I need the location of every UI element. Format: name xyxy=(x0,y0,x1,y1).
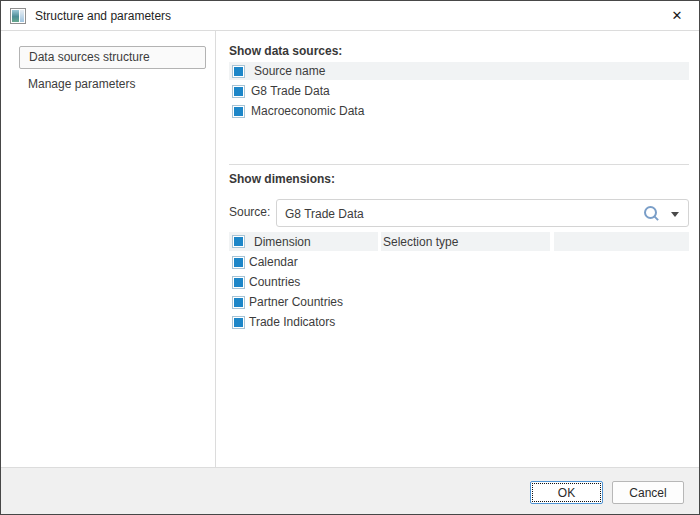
dialog-structure-and-parameters: Structure and parameters ✕ Data sources … xyxy=(0,0,700,515)
app-window-icon xyxy=(10,8,26,24)
table-header-cell-empty xyxy=(554,232,689,251)
window-title: Structure and parameters xyxy=(35,9,171,23)
data-sources-header-label: Source name xyxy=(254,64,325,78)
title-bar: Structure and parameters ✕ xyxy=(1,1,699,31)
source-combobox[interactable]: G8 Trade Data xyxy=(276,199,689,227)
data-source-label: G8 Trade Data xyxy=(251,84,330,98)
show-data-sources-heading: Show data sources: xyxy=(229,44,342,58)
close-button[interactable]: ✕ xyxy=(655,1,699,30)
ok-button[interactable]: OK xyxy=(530,481,603,504)
data-source-row[interactable]: Macroeconomic Data xyxy=(229,102,689,120)
data-source-row[interactable]: G8 Trade Data xyxy=(229,82,689,100)
main-panel: Show data sources: Source name G8 Trade … xyxy=(217,31,700,467)
column-header-label: Selection type xyxy=(383,235,458,249)
dimension-row[interactable]: Calendar xyxy=(229,252,689,272)
footer-bar: OK Cancel xyxy=(1,467,699,514)
column-header-label: Dimension xyxy=(254,235,311,249)
show-dimensions-heading: Show dimensions: xyxy=(229,172,335,186)
checkbox-checked-icon[interactable] xyxy=(232,105,245,118)
checkbox-checked-icon[interactable] xyxy=(232,296,245,309)
sidebar: Data sources structure Manage parameters xyxy=(1,31,216,467)
source-combobox-value: G8 Trade Data xyxy=(285,207,364,221)
table-header-cell-selection-type[interactable]: Selection type xyxy=(381,232,550,251)
dimension-label: Calendar xyxy=(249,255,298,269)
close-icon: ✕ xyxy=(672,8,683,23)
checkbox-checked-icon[interactable] xyxy=(232,65,245,78)
cancel-button[interactable]: Cancel xyxy=(612,481,684,504)
checkbox-checked-icon[interactable] xyxy=(232,85,245,98)
table-header-cell-dimension[interactable]: Dimension xyxy=(229,232,378,251)
sidebar-item-label: Manage parameters xyxy=(28,77,135,91)
dimension-row[interactable]: Trade Indicators xyxy=(229,312,689,332)
dimensions-table-header: Dimension Selection type xyxy=(229,232,689,251)
checkbox-checked-icon[interactable] xyxy=(232,276,245,289)
sidebar-item-manage-parameters[interactable]: Manage parameters xyxy=(28,77,135,91)
dimension-label: Countries xyxy=(249,275,300,289)
sidebar-item-label: Data sources structure xyxy=(29,50,150,64)
checkbox-checked-icon[interactable] xyxy=(232,235,245,248)
chevron-down-icon[interactable] xyxy=(671,212,679,217)
source-label: Source: xyxy=(229,205,270,219)
checkbox-checked-icon[interactable] xyxy=(232,256,245,269)
checkbox-checked-icon[interactable] xyxy=(232,316,245,329)
data-sources-header-row[interactable]: Source name xyxy=(229,62,689,80)
dimension-row[interactable]: Partner Countries xyxy=(229,292,689,312)
dimension-row[interactable]: Countries xyxy=(229,272,689,292)
dimension-label: Trade Indicators xyxy=(249,315,335,329)
dimension-label: Partner Countries xyxy=(249,295,343,309)
sidebar-item-data-sources-structure[interactable]: Data sources structure xyxy=(19,46,206,69)
data-source-label: Macroeconomic Data xyxy=(251,104,364,118)
section-divider xyxy=(229,164,689,165)
search-icon[interactable] xyxy=(644,206,660,222)
